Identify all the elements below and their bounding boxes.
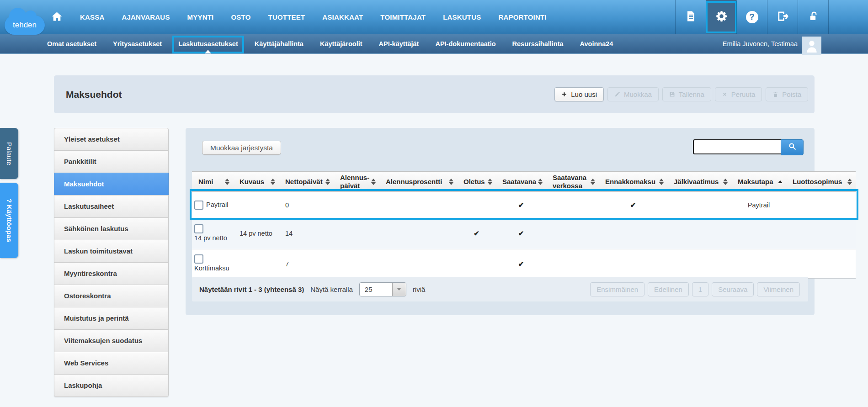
column-header-luottosopimus[interactable]: Luottosopimus — [786, 172, 856, 191]
top-nav-item-myynti[interactable]: MYYNTI — [187, 13, 214, 21]
pagination-seuraava[interactable]: Seuraava — [712, 282, 754, 296]
button-label: Tallenna — [679, 90, 704, 98]
sub-nav-item-kayttajahallinta[interactable]: Käyttäjähallinta — [253, 34, 305, 53]
dropdown-button[interactable] — [392, 283, 406, 296]
sort-icon — [449, 179, 453, 185]
search-icon — [788, 142, 797, 153]
sidebar-item-ostoreskontra[interactable]: Ostoreskontra — [54, 285, 169, 307]
pagination-1[interactable]: 1 — [692, 282, 708, 296]
row-checkbox[interactable] — [194, 201, 203, 210]
cell-alennus-paivat — [334, 218, 379, 249]
top-nav-item-asiakkaat[interactable]: ASIAKKAAT — [322, 13, 363, 21]
button-label: Muokkaa — [624, 90, 652, 98]
rows-summary: Näytetään rivit 1 - 3 (yhteensä 3) — [199, 285, 304, 293]
sub-nav-item-omat-asetukset[interactable]: Omat asetukset — [46, 34, 98, 53]
tallenna-button[interactable]: Tallenna — [662, 87, 711, 101]
topbar-help-button[interactable]: ? — [736, 0, 767, 34]
page-size-select[interactable]: 25 — [359, 282, 406, 296]
unlock-icon — [808, 10, 819, 24]
sidebar-item-laskupohja[interactable]: Laskupohja — [54, 374, 169, 397]
cell-maksutapa: Paytrail — [731, 192, 786, 218]
column-header-saatavana[interactable]: Saatavana — [496, 172, 546, 191]
side-tab-palaute[interactable]: Palaute — [0, 128, 18, 179]
topbar-document-button[interactable] — [675, 0, 706, 34]
cell-text: 14 — [285, 230, 293, 237]
button-label: Peruuta — [731, 90, 756, 98]
column-header-maksutapa[interactable]: Maksutapa — [731, 172, 786, 191]
home-button[interactable] — [51, 11, 63, 24]
column-header-jalkivaatimus[interactable]: Jälkivaatimus — [667, 172, 731, 191]
sidebar-item-laskun-toimitustavat[interactable]: Laskun toimitustavat — [54, 240, 169, 263]
settings-sidebar: Yleiset asetuksetPankkitilitMaksuehdotLa… — [54, 128, 169, 397]
luo-uusi-button[interactable]: Luo uusi — [554, 87, 604, 101]
poista-button[interactable]: Poista — [766, 87, 808, 101]
pagination-edellinen[interactable]: Edellinen — [648, 282, 689, 296]
column-header-oletus[interactable]: Oletus — [457, 172, 496, 191]
top-nav-item-kassa[interactable]: KASSA — [80, 13, 105, 21]
column-label: Kuvaus — [240, 178, 269, 185]
sub-nav-item-yritysasetukset[interactable]: Yritysasetukset — [112, 34, 163, 53]
column-header-kuvaus[interactable]: Kuvaus — [233, 172, 279, 191]
pagination-ensimmainen[interactable]: Ensimmäinen — [590, 282, 644, 296]
sidebar-item-pankkitilit[interactable]: Pankkitilit — [54, 150, 169, 173]
column-header-saatavana-verkossa[interactable]: Saatavana verkossa — [546, 172, 599, 191]
logout-icon — [777, 10, 789, 24]
content-panel: Muokkaa järjestystä NimiKuvausNettopäivä… — [186, 128, 815, 315]
column-label: Luottosopimus — [793, 178, 846, 185]
column-header-nettopaivat[interactable]: Nettopäivät — [279, 172, 334, 191]
sidebar-item-viitemaksujen-suodatus[interactable]: Viitemaksujen suodatus — [54, 329, 169, 352]
top-nav-item-tuotteet[interactable]: TUOTTEET — [268, 13, 305, 21]
top-nav-item-ajanvaraus[interactable]: AJANVARAUS — [122, 13, 170, 21]
column-header-alennus-paivat[interactable]: Alennus- päivät — [334, 172, 379, 191]
cell-text: 0 — [285, 201, 289, 209]
sidebar-item-sahkoinen-laskutus[interactable]: Sähköinen laskutus — [54, 217, 169, 240]
sub-nav-item-api-kayttajat[interactable]: API-käyttäjät — [378, 34, 421, 53]
topbar-logout-button[interactable] — [767, 0, 798, 34]
sidebar-item-muistutus-ja-perinta[interactable]: Muistutus ja perintä — [54, 307, 169, 330]
button-label: Poista — [782, 90, 801, 98]
brand-logo[interactable]: tehden — [5, 16, 45, 35]
column-header-alennusprosentti[interactable]: Alennusprosentti — [379, 172, 457, 191]
sub-nav-item-laskutusasetukset[interactable]: Laskutusasetukset — [177, 34, 240, 53]
peruuta-button[interactable]: Peruuta — [715, 87, 762, 101]
sidebar-item-web-services[interactable]: Web Services — [54, 352, 169, 375]
column-label: Alennus- päivät — [340, 174, 369, 190]
row-name: 14 pv netto — [194, 234, 227, 243]
search-input[interactable] — [693, 139, 781, 154]
column-header-nimi[interactable]: Nimi — [192, 172, 233, 191]
side-tab-kayttoopas[interactable]: ? Käyttöopas — [0, 183, 18, 258]
top-nav-item-osto[interactable]: OSTO — [231, 13, 250, 21]
sub-nav-item-api-dokumentaatio[interactable]: API-dokumentaatio — [434, 34, 497, 53]
pagination-viimeinen[interactable]: Viimeinen — [757, 282, 800, 296]
table-row[interactable]: Korttimaksu7✔ — [192, 249, 856, 279]
sub-nav-item-kayttajaroolit[interactable]: Käyttäjäroolit — [319, 34, 364, 53]
sort-icon — [225, 179, 229, 185]
table-row[interactable]: 14 pv netto14 pv netto14✔✔ — [192, 218, 856, 249]
top-nav-item-toimittajat[interactable]: TOIMITTAJAT — [380, 13, 426, 21]
row-checkbox[interactable] — [194, 224, 203, 233]
sidebar-item-yleiset-asetukset[interactable]: Yleiset asetukset — [54, 128, 169, 151]
search-button[interactable] — [781, 139, 804, 155]
document-icon — [685, 10, 696, 24]
column-header-ennakkomaksu[interactable]: Ennakkomaksu — [599, 172, 667, 191]
table-row[interactable]: Paytrail0✔✔Paytrail — [192, 192, 856, 218]
sidebar-item-laskutusaiheet[interactable]: Laskutusaiheet — [54, 195, 169, 218]
topbar-settings-button[interactable] — [706, 0, 736, 34]
cell-alennusprosentti — [379, 218, 457, 249]
sidebar-item-maksuehdot[interactable]: Maksuehdot — [54, 173, 169, 196]
sub-nav-item-avoinna24[interactable]: Avoinna24 — [579, 34, 615, 53]
muokkaa-button[interactable]: Muokkaa — [607, 87, 659, 101]
sidebar-item-myyntireskontra[interactable]: Myyntireskontra — [54, 262, 169, 285]
row-checkbox[interactable] — [194, 254, 203, 264]
column-label: Saatavana — [502, 178, 536, 185]
topbar-unlock-button[interactable] — [798, 0, 829, 34]
user-avatar[interactable] — [802, 37, 821, 55]
sub-nav-item-resurssihallinta[interactable]: Resurssihallinta — [511, 34, 565, 53]
button-label: Luo uusi — [571, 90, 597, 98]
plus-icon — [561, 91, 567, 97]
edit-order-button[interactable]: Muokkaa järjestystä — [202, 141, 281, 155]
top-nav-item-raportointi[interactable]: RAPORTOINTI — [498, 13, 546, 21]
table-header-row: NimiKuvausNettopäivätAlennus- päivätAlen… — [192, 171, 856, 192]
top-nav-item-laskutus[interactable]: LASKUTUS — [443, 13, 481, 21]
cell-kuvaus — [233, 192, 279, 218]
